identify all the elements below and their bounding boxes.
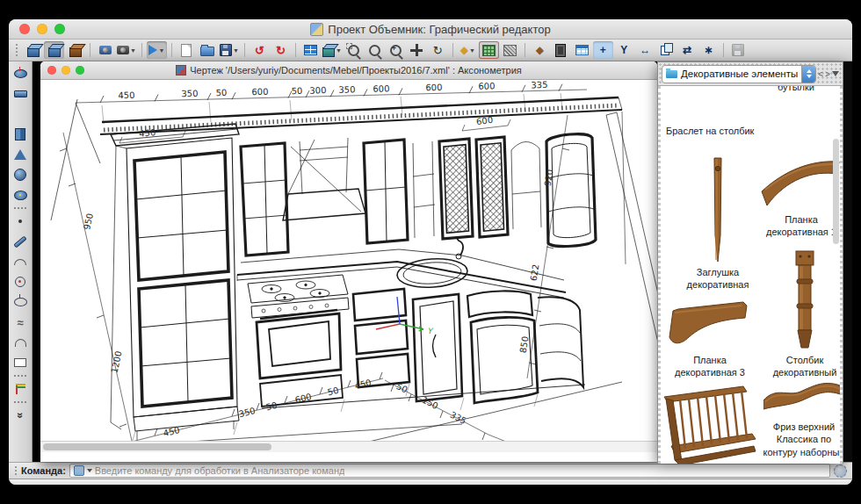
replace-object-button[interactable]: ⇄ [677, 41, 698, 59]
solid-box-button[interactable] [11, 105, 30, 123]
zoom-in-button[interactable]: + [386, 41, 406, 59]
minimize-button[interactable] [37, 24, 47, 34]
select-mode-dropdown-icon[interactable]: ▼ [158, 47, 164, 54]
draw-arch-button[interactable] [11, 334, 30, 351]
export-save-button[interactable] [728, 41, 749, 59]
open-document-button[interactable] [198, 41, 218, 59]
draw-arc-button[interactable] [11, 253, 30, 270]
zoom-dynamic-icon [369, 45, 380, 56]
view-solid-button[interactable] [44, 41, 64, 59]
canvas-scroll-thumb[interactable] [43, 443, 271, 450]
paint-material-dropdown-icon[interactable]: ▼ [469, 47, 475, 54]
dimension-label: 50 [265, 400, 279, 413]
toolbar-grip[interactable] [15, 43, 19, 57]
new-document-button[interactable] [177, 41, 197, 59]
palette-scrollbar[interactable] [833, 139, 839, 244]
doc-zoom-button[interactable] [76, 66, 84, 75]
list-item[interactable]: Фриз верхний Классика по контуру наборны… [763, 378, 843, 458]
view-3d-button[interactable]: ▼ [322, 41, 343, 59]
command-dropdown-icon[interactable] [87, 469, 92, 472]
undo-button[interactable]: ↺ [250, 41, 270, 59]
save-document-button[interactable]: ▼ [219, 41, 240, 59]
pan-icon [410, 44, 423, 56]
command-input[interactable]: Введите команду для обработки в Анализат… [69, 464, 830, 478]
title-bar[interactable]: Проект Объемник: Графический редактор [9, 19, 852, 40]
more-tools-button[interactable]: » [11, 407, 30, 424]
palette-list[interactable]: бутылки Браслет на столбик Заглушка деко… [658, 86, 843, 464]
dimension-label: 450 [118, 90, 134, 100]
toolbar-separator [141, 43, 142, 57]
dimension-label: 920 [543, 169, 555, 187]
dimension-tool-button[interactable]: Y [614, 41, 634, 59]
add-element-button[interactable]: + [593, 41, 613, 59]
next-category-button[interactable]: > [825, 67, 830, 81]
view-solid-icon [48, 47, 61, 57]
render-photo-icon [117, 46, 129, 54]
list-item[interactable]: Тарелочница [662, 385, 761, 464]
texture-map-button[interactable] [500, 41, 520, 59]
orbit-button[interactable]: ↻ [428, 41, 448, 59]
draw-line-button[interactable] [11, 233, 30, 250]
list-item[interactable]: Планка декоративная 1 [759, 156, 843, 239]
command-history-icon[interactable] [74, 465, 84, 476]
select-mode-button[interactable]: ▼ [147, 41, 167, 59]
zoom-dynamic-button[interactable] [365, 41, 385, 59]
solid-box-edge-button[interactable] [11, 126, 30, 143]
texture-grid-button[interactable] [479, 41, 499, 59]
draw-rectangle-button[interactable] [11, 354, 30, 371]
document-title-bar[interactable]: Чертеж '/Users/yuriy/Documents/Mebel/Про… [40, 61, 657, 80]
drawing-canvas[interactable]: 450 350 50 600 50 300 350 600 600 600 33… [40, 80, 657, 452]
draw-ellipse-button[interactable] [11, 293, 30, 311]
copy-object-button[interactable] [656, 41, 676, 59]
draw-profile-button[interactable] [11, 380, 30, 398]
edit-points-button[interactable]: ∗ [698, 41, 719, 59]
pan-button[interactable] [407, 41, 427, 59]
prev-category-button[interactable]: < [818, 67, 823, 81]
palette-header[interactable]: Декоративные элементы < > [658, 62, 843, 86]
settings-gear-icon[interactable] [834, 464, 847, 478]
render-photo-button[interactable]: ▼ [116, 41, 137, 59]
canvas-horizontal-scrollbar[interactable] [40, 441, 657, 452]
list-item[interactable]: бутылки [752, 86, 840, 93]
document-window[interactable]: Чертеж '/Users/yuriy/Documents/Mebel/Про… [40, 61, 657, 462]
draw-point-button[interactable] [11, 212, 30, 230]
close-button[interactable] [19, 24, 30, 34]
doc-minimize-button[interactable] [62, 66, 70, 75]
cabinet-fronts-button[interactable] [551, 41, 571, 59]
spec-table-button[interactable] [572, 41, 592, 59]
command-bar-grip[interactable] [14, 465, 18, 476]
document-title: Чертеж '/Users/yuriy/Documents/Mebel/Про… [176, 65, 522, 76]
view-solid-shaded-button[interactable] [23, 41, 43, 59]
list-item[interactable]: Планка декоративная 3 [664, 299, 756, 379]
snapshot-button[interactable] [95, 41, 115, 59]
material-stone-button[interactable]: ◆ [530, 41, 550, 59]
combobox-stepper[interactable] [801, 66, 815, 83]
command-placeholder: Введите команду для обработки в Анализат… [95, 465, 345, 476]
redo-button[interactable]: ↻ [271, 41, 291, 59]
solid-panel-button[interactable] [11, 85, 30, 103]
list-item[interactable]: Заглушка декоративная [678, 156, 757, 292]
export-save-icon [732, 44, 744, 56]
draw-spline-button[interactable]: ≈ [11, 313, 30, 331]
solid-ellipsoid-button[interactable] [11, 65, 30, 83]
viewport-layout-button[interactable] [300, 41, 321, 59]
list-item[interactable]: Браслет на столбик [666, 125, 768, 137]
category-combobox[interactable]: Декоративные элементы [662, 65, 816, 83]
palette-menu-icon[interactable] [832, 71, 839, 76]
draw-circle-button[interactable] [11, 273, 30, 291]
zoom-window-button[interactable] [344, 41, 364, 59]
dimension-label: 600 [425, 83, 442, 92]
zoom-button[interactable] [54, 24, 65, 34]
view-3d-dropdown-icon[interactable]: ▼ [336, 47, 342, 54]
move-object-button[interactable]: ↔ [635, 41, 655, 59]
solid-disc-button[interactable] [11, 186, 30, 204]
save-document-dropdown-icon[interactable]: ▼ [233, 47, 239, 54]
solid-sphere-button[interactable] [11, 166, 30, 184]
render-photo-dropdown-icon[interactable]: ▼ [130, 47, 136, 54]
view-textured-button[interactable] [65, 41, 85, 59]
status-strip [9, 479, 852, 485]
paint-material-button[interactable]: ◆▼ [458, 41, 478, 59]
doc-close-button[interactable] [47, 66, 56, 75]
list-item[interactable]: Столбик декоративный [773, 249, 836, 379]
solid-cone-button[interactable] [11, 146, 30, 163]
